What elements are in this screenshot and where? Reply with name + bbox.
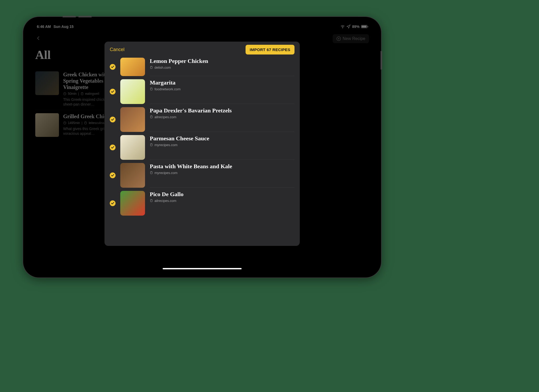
import-title: Pasta with White Beans and Kale: [150, 163, 295, 170]
check-icon: [111, 201, 114, 205]
import-title: Parmesan Cheese Sauce: [150, 135, 295, 142]
check-toggle[interactable]: [110, 117, 116, 122]
check-toggle[interactable]: [110, 89, 116, 95]
import-thumb: [120, 79, 145, 104]
import-item[interactable]: Parmesan Cheese Sauce myrecipes.com: [104, 133, 300, 161]
check-icon: [111, 173, 114, 177]
import-thumb: [120, 163, 145, 188]
svg-rect-18: [151, 172, 152, 174]
import-thumb: [120, 191, 145, 216]
volume-down-button: [78, 16, 92, 17]
power-button: [381, 51, 382, 70]
import-list[interactable]: Lemon Pepper Chicken delish.com Margarit…: [104, 58, 300, 246]
check-toggle[interactable]: [110, 64, 116, 70]
import-item[interactable]: Lemon Pepper Chicken delish.com: [104, 58, 300, 78]
import-source: foodnetwork.com: [154, 87, 181, 91]
check-icon: [111, 90, 114, 93]
source-icon: [150, 66, 153, 69]
check-toggle[interactable]: [110, 145, 116, 150]
source-icon: [150, 87, 153, 91]
svg-rect-14: [151, 116, 152, 118]
import-item[interactable]: Pasta with White Beans and Kale myrecipe…: [104, 161, 300, 189]
source-icon: [150, 115, 153, 118]
import-source: allrecipes.com: [154, 115, 176, 119]
import-title: Papa Drexler's Bavarian Pretzels: [150, 107, 295, 114]
svg-rect-16: [151, 144, 152, 146]
home-indicator[interactable]: [163, 268, 242, 269]
cancel-button[interactable]: Cancel: [110, 47, 124, 52]
import-source: myrecipes.com: [154, 143, 177, 147]
svg-rect-20: [151, 200, 152, 202]
import-item[interactable]: Margarita foodnetwork.com: [104, 78, 300, 106]
check-icon: [111, 146, 114, 149]
import-button[interactable]: IMPORT 67 RECIPES: [246, 45, 295, 54]
import-title: Pico De Gallo: [150, 191, 295, 198]
check-toggle[interactable]: [110, 172, 116, 178]
ipad-frame: 6:46 AM Sun Aug 15 89% New Recipe All: [23, 17, 381, 277]
check-icon: [111, 118, 114, 121]
import-title: Lemon Pepper Chicken: [150, 58, 295, 64]
import-thumb: [120, 135, 145, 160]
import-modal: Cancel IMPORT 67 RECIPES Lemon Pepper Ch…: [104, 42, 300, 246]
import-thumb: [120, 107, 145, 132]
import-source: delish.com: [154, 66, 171, 70]
source-icon: [150, 143, 153, 146]
import-source: myrecipes.com: [154, 171, 177, 175]
import-thumb: [120, 58, 145, 76]
source-icon: [150, 199, 153, 202]
screen: 6:46 AM Sun Aug 15 89% New Recipe All: [29, 23, 375, 272]
svg-rect-12: [151, 88, 152, 90]
source-icon: [150, 171, 153, 174]
svg-rect-10: [151, 66, 152, 69]
import-item[interactable]: Papa Drexler's Bavarian Pretzels allreci…: [104, 106, 300, 133]
import-item[interactable]: Pico De Gallo allrecipes.com: [104, 189, 300, 217]
check-toggle[interactable]: [110, 200, 116, 206]
volume-up-button: [63, 16, 76, 17]
import-source: allrecipes.com: [154, 199, 176, 203]
import-title: Margarita: [150, 79, 295, 86]
check-icon: [111, 65, 114, 69]
